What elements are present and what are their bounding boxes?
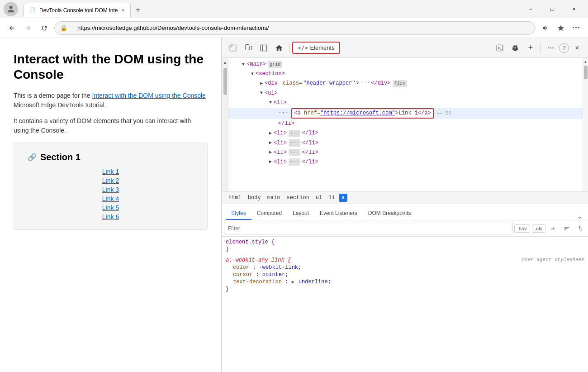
scrollbar-thumb[interactable] (584, 66, 588, 79)
breadcrumb-main[interactable]: main (265, 194, 283, 202)
link-2[interactable]: Link 2 (102, 177, 119, 184)
device-toolbar-button[interactable] (241, 41, 256, 55)
styles-tabs-more-button[interactable]: ⌄ (577, 213, 583, 220)
breadcrumb-bar: html body main section ul li a (222, 191, 588, 204)
page-desc-1: This is a demo page for the Interact wit… (14, 91, 208, 110)
dom-line-section[interactable]: ▼ <section> (228, 69, 583, 79)
breadcrumb-li[interactable]: li (326, 194, 337, 202)
breadcrumb-a[interactable]: a (339, 194, 347, 202)
address-input[interactable] (70, 21, 530, 35)
expand-arrow-div[interactable]: ▶ (260, 80, 263, 87)
breadcrumb-section[interactable]: section (284, 194, 312, 202)
browser-more-button[interactable]: ··· (570, 22, 583, 34)
tutorial-link[interactable]: Interact with the DOM using the Console (92, 92, 206, 99)
tab-event-listeners[interactable]: Event Listeners (314, 207, 363, 220)
inspect-styles-button[interactable] (574, 223, 586, 234)
dom-line-li-first[interactable]: ▼ <li> (228, 98, 583, 108)
css-rule-element-style: element.style { } (226, 238, 584, 253)
add-rule-button[interactable]: + (547, 223, 559, 234)
dom-line-div[interactable]: ▶ <div class="header-wrapper"> ··· </div… (228, 79, 583, 88)
expand-li-5[interactable]: ▶ (269, 158, 272, 166)
devtools-help-button[interactable]: ? (559, 43, 569, 53)
css-origin-user-agent: user agent stylesheet (522, 257, 584, 263)
css-value-cursor: pointer; (262, 272, 289, 278)
link-6[interactable]: Link 6 (102, 213, 119, 220)
tag-main: <main> (247, 60, 266, 69)
tab-favicon: 📄 (29, 7, 36, 13)
hov-button[interactable]: :hov (514, 224, 530, 233)
sidebar-button[interactable] (256, 41, 271, 55)
expand-li-3[interactable]: ▶ (269, 139, 272, 147)
dom-line-a-selected[interactable]: ··· <a href="https://microsoft.com"> Lin… (228, 108, 583, 119)
expand-arrow-li[interactable]: ▼ (269, 99, 272, 106)
favorites-button[interactable] (555, 22, 567, 34)
back-button[interactable] (5, 22, 18, 34)
toolbar-separator-2 (541, 43, 541, 52)
tab-styles[interactable]: Styles (226, 207, 251, 220)
a-text-content: Link 1 (398, 109, 418, 118)
tab-computed[interactable]: Computed (251, 207, 287, 220)
address-bar-icons: ··· (539, 22, 583, 34)
dom-line-main[interactable]: ▼ <main> grid (228, 60, 583, 69)
dom-line-li-3[interactable]: ▶ <li> ··· </li> (228, 138, 583, 148)
dom-line-ul[interactable]: ▼ <ul> (228, 89, 583, 98)
tab-dom-breakpoints[interactable]: DOM Breakpoints (363, 207, 417, 220)
expand-arrow-section[interactable]: ▼ (251, 71, 254, 78)
dom-line-li-4[interactable]: ▶ <li> ··· </li> (228, 148, 583, 157)
styles-tabs-bar: Styles Computed Layout Event Listeners D… (222, 204, 588, 220)
dom-line-li-2[interactable]: ▶ <li> ··· </li> (228, 129, 583, 138)
minimize-button[interactable]: − (520, 2, 541, 16)
scroll-up-arrow[interactable]: ▲ (223, 60, 228, 65)
cls-button[interactable]: .cls (532, 224, 546, 233)
add-tool-button[interactable]: + (523, 41, 538, 55)
breadcrumb-html[interactable]: html (226, 194, 244, 202)
scroll-thumb (223, 68, 227, 95)
breadcrumb-ul[interactable]: ul (313, 194, 325, 202)
filter-input[interactable] (224, 223, 512, 234)
forward-button[interactable] (22, 22, 34, 34)
refresh-button[interactable] (38, 22, 51, 34)
badge-dots-2: ··· (289, 130, 300, 137)
devtools-close-button[interactable]: × (570, 41, 584, 55)
maximize-button[interactable]: □ (542, 2, 563, 16)
devtools-more-button[interactable]: ··· (544, 41, 558, 55)
tag-li: <li> (274, 99, 287, 107)
new-style-rule-button[interactable] (561, 223, 573, 234)
svg-rect-1 (246, 44, 249, 50)
section-title: Section 1 (40, 152, 81, 162)
tag-li-5: <li> (274, 158, 287, 167)
expand-li-4[interactable]: ▶ (269, 149, 272, 156)
css-close-brace-2: } (226, 286, 229, 292)
page-heading: Interact with the DOM using the Console (14, 52, 208, 82)
breadcrumb-body[interactable]: body (245, 194, 264, 202)
tag-a-close: </a> (418, 109, 431, 118)
profile-avatar[interactable] (4, 2, 18, 16)
expand-arrow-ul[interactable]: ▼ (260, 90, 263, 97)
tab-layout[interactable]: Layout (287, 207, 314, 220)
expand-arrow[interactable]: ▼ (242, 61, 245, 68)
read-aloud-button[interactable] (539, 22, 552, 34)
elements-tab-button[interactable]: </> Elements (292, 42, 340, 54)
dom-line-li-5[interactable]: ▶ <li> ··· </li> (228, 157, 583, 167)
scrollbar-up-arrow[interactable]: ▲ (584, 60, 588, 64)
tab-close-button[interactable]: × (121, 7, 125, 14)
link-1[interactable]: Link 1 (102, 168, 119, 175)
link-5[interactable]: Link 5 (102, 204, 119, 211)
new-tab-button[interactable]: + (131, 3, 145, 17)
debug-button[interactable] (508, 41, 522, 55)
css-selector-webkit: a:-webkit-any-link { (226, 257, 291, 263)
attr-href-value: "https://microsoft.com" (320, 109, 395, 118)
inspect-element-button[interactable] (226, 41, 240, 55)
css-prop-color: color : -webkit-link; (226, 264, 584, 271)
triangle-expand-icon[interactable]: ▶ (292, 280, 294, 285)
link-4[interactable]: Link 4 (102, 195, 119, 202)
close-button[interactable]: × (564, 2, 584, 16)
console-panel-button[interactable] (493, 41, 507, 55)
expand-li-2[interactable]: ▶ (269, 130, 272, 137)
css-rules-content: element.style { } a:-webkit-any-link { u… (222, 237, 588, 372)
dom-left-scroll: ▲ (222, 58, 228, 191)
tag-li-4-close: </li> (302, 148, 318, 157)
home-button[interactable] (272, 41, 286, 55)
link-3[interactable]: Link 3 (102, 186, 119, 193)
browser-tab[interactable]: 📄 DevTools Console tool DOM inte × (24, 3, 131, 17)
